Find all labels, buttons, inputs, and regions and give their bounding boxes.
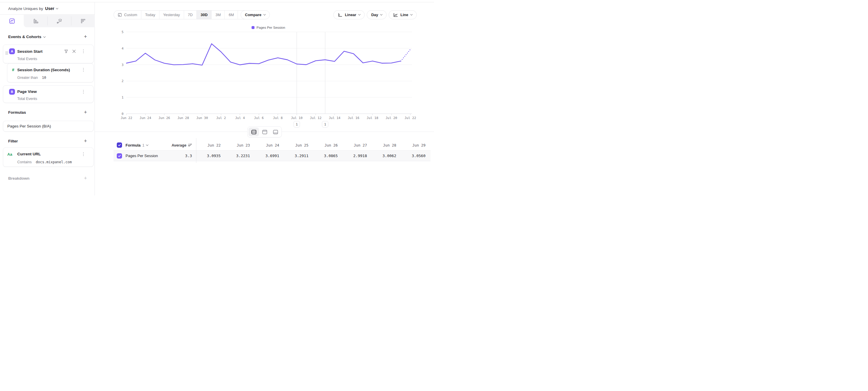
analyze-label: Analyze Uniques by [8, 6, 43, 11]
formula-expression[interactable]: Pages Per Session (B/A) [7, 124, 51, 129]
table-value-cell: 3.2231 [225, 153, 255, 158]
svg-text:Jul 18: Jul 18 [367, 116, 378, 120]
table-value-cell: 3.6991 [255, 153, 284, 158]
filter-card-current-url[interactable]: Aa Current URL Contains docs.mixpanel.co… [3, 147, 94, 167]
event-measurement[interactable]: Total Events [17, 97, 37, 101]
table-date-header[interactable]: Jun 29 [401, 143, 430, 147]
table-date-header[interactable]: Jun 24 [255, 143, 284, 147]
svg-text:Jul 8: Jul 8 [273, 116, 283, 120]
filter-property-title[interactable]: Current URL [17, 152, 41, 156]
kebab-menu-icon[interactable] [81, 49, 86, 54]
add-breakdown-button[interactable]: + [82, 175, 89, 181]
table-date-header[interactable]: Jun 23 [225, 143, 255, 147]
tab-retention[interactable] [71, 15, 95, 27]
check-icon [118, 154, 121, 158]
svg-text:Jul 14: Jul 14 [329, 116, 340, 120]
layout-chart-only-button[interactable] [259, 128, 270, 136]
table-date-header[interactable]: Jun 25 [284, 143, 313, 147]
event-card-page-view[interactable]: B Page View Total Events [3, 85, 94, 103]
select-all-checkbox[interactable] [117, 142, 122, 148]
analyze-value-dropdown[interactable]: User [45, 6, 54, 11]
layout-split-button[interactable] [248, 128, 259, 136]
table-value-cell: 3.0560 [401, 153, 430, 158]
svg-text:4: 4 [121, 47, 124, 50]
close-icon[interactable] [72, 49, 76, 54]
annotation-marker[interactable]: 1 [293, 121, 300, 128]
average-label: Average [172, 143, 186, 147]
annotation-marker[interactable]: 1 [322, 121, 328, 128]
table-value-cell: 3.2911 [284, 153, 313, 158]
formula-card[interactable]: Pages Per Session (B/A) [3, 121, 94, 132]
svg-text:2: 2 [121, 79, 124, 83]
breakdown-label: Breakdown [8, 176, 30, 180]
add-filter-button[interactable]: + [82, 138, 89, 144]
report-main-area: Custom Today Yesterday 7D 30D 3M 6M 12M … [95, 2, 434, 196]
event-title[interactable]: Session Start [17, 49, 42, 54]
formulas-label: Formulas [8, 110, 26, 115]
svg-text:1: 1 [121, 95, 124, 100]
funnels-bars-icon [32, 18, 39, 24]
split-view-icon [251, 130, 257, 135]
analyze-uniques-row: Analyze Uniques by User [8, 5, 58, 12]
condition-operator[interactable]: Contains [17, 160, 32, 164]
layout-table-only-button[interactable] [270, 128, 281, 136]
numeric-property-icon: # [12, 67, 14, 72]
average-value: 3.3 [185, 153, 192, 158]
breakdown-table: Formula 1 Average Jun 22Jun 23Jun 24Jun … [114, 140, 431, 161]
panel-layout-toggles [247, 126, 282, 137]
kebab-menu-icon[interactable] [81, 89, 86, 94]
tab-insights[interactable] [0, 15, 24, 27]
svg-text:Jun 30: Jun 30 [196, 116, 208, 120]
sort-descending-icon [188, 143, 192, 147]
table-date-header[interactable]: Jun 26 [313, 143, 342, 147]
event-card-session-start[interactable]: A Session Start Total Events [3, 45, 94, 63]
chevron-down-icon [43, 35, 45, 37]
chart-canvas: 012345Jun 22Jun 24Jun 26Jun 28Jun 30Jul … [95, 2, 434, 131]
add-formula-button[interactable]: + [82, 109, 89, 115]
formula-number: 1 [142, 143, 144, 147]
line-chart: 012345Jun 22Jun 24Jun 26Jun 28Jun 30Jul … [95, 2, 434, 131]
filter-condition[interactable]: Contains docs.mixpanel.com [17, 160, 72, 164]
property-card-session-duration[interactable]: # Session Duration (Seconds) Greater tha… [7, 63, 94, 82]
condition-operator[interactable]: Greater than [17, 76, 38, 80]
series-name: Pages Per Session [126, 153, 158, 158]
kebab-menu-icon[interactable] [81, 67, 86, 73]
tab-funnels[interactable] [24, 15, 48, 27]
add-event-button[interactable]: + [82, 33, 89, 40]
svg-text:3: 3 [121, 63, 124, 67]
tab-flows[interactable] [48, 15, 71, 27]
insights-chart-icon [9, 18, 15, 24]
check-icon [118, 143, 121, 147]
chevron-down-icon[interactable] [56, 7, 58, 9]
drag-handle-icon[interactable] [5, 52, 8, 55]
bottom-panel-icon [273, 130, 278, 135]
table-date-header[interactable]: Jun 27 [342, 143, 372, 147]
table-data-row[interactable]: Pages Per Session 3.3 3.09353.22313.6991… [114, 151, 431, 161]
property-title[interactable]: Session Duration (Seconds) [17, 68, 70, 72]
series-checkbox[interactable] [117, 153, 122, 159]
condition-value[interactable]: 10 [42, 76, 46, 80]
table-value-cell: 3.0062 [372, 153, 401, 158]
event-letter-badge: B [9, 89, 15, 95]
condition-value[interactable]: docs.mixpanel.com [36, 160, 72, 164]
property-condition[interactable]: Greater than 10 [17, 76, 46, 80]
filter-label: Filter [8, 139, 18, 143]
event-measurement[interactable]: Total Events [17, 57, 37, 61]
kebab-menu-icon[interactable] [81, 151, 86, 157]
filter-funnel-icon[interactable] [64, 49, 68, 54]
string-property-icon: Aa [7, 152, 12, 157]
table-date-header[interactable]: Jun 28 [372, 143, 401, 147]
events-cohorts-header[interactable]: Events & Cohorts [8, 35, 45, 39]
svg-text:Jul 16: Jul 16 [348, 116, 360, 120]
formula-dropdown[interactable]: Formula 1 [126, 143, 148, 147]
retention-dots-icon [80, 18, 86, 24]
svg-text:Jul 4: Jul 4 [235, 116, 245, 120]
svg-text:Jul 10: Jul 10 [291, 116, 303, 120]
top-panel-icon [262, 130, 268, 135]
table-date-header[interactable]: Jun 22 [196, 143, 225, 147]
svg-text:Jun 22: Jun 22 [121, 116, 132, 120]
svg-text:5: 5 [121, 30, 124, 34]
average-sort-header[interactable]: Average [169, 143, 192, 147]
event-title[interactable]: Page View [17, 89, 37, 94]
table-column-divider [196, 138, 196, 163]
